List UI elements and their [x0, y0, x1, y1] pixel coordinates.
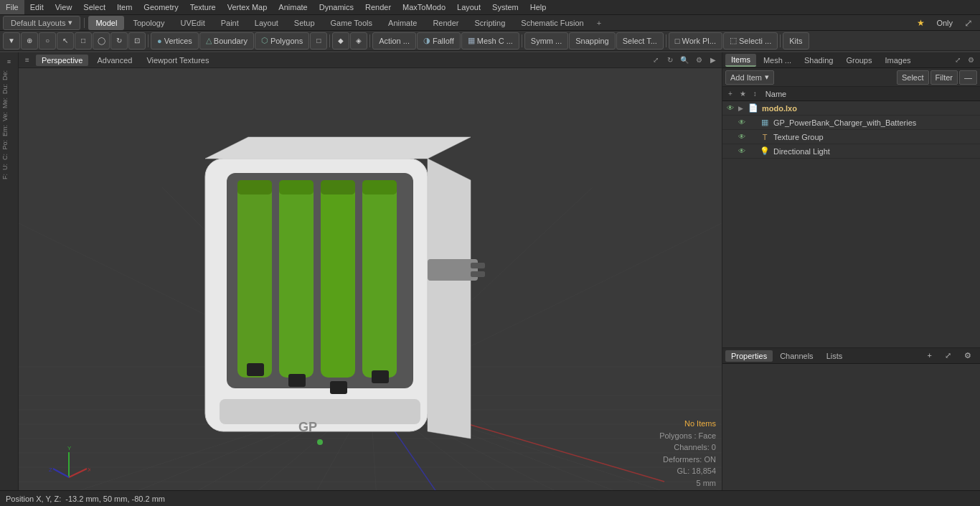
viewport[interactable]: ≡ Perspective Advanced Viewport Textures… [19, 52, 722, 506]
item-row-texgroup[interactable]: 👁 ▶ T Texture Group [722, 130, 980, 144]
tab-uvedit[interactable]: UVEdit [173, 16, 212, 30]
sidebar-label-f[interactable]: F: [1, 172, 17, 181]
expand-arrow-root[interactable]: ▶ [738, 105, 743, 112]
tool-circle[interactable]: ○ [39, 32, 56, 50]
sidebar-label-me[interactable]: Me: [1, 96, 17, 110]
menu-animate[interactable]: Animate [273, 0, 313, 14]
selecti-button[interactable]: ⬚ Selecti ... [723, 32, 778, 50]
menu-maxtomod[interactable]: MaxToModo [397, 0, 451, 14]
item-eye-mesh[interactable]: 👁 [737, 118, 747, 128]
vertices-button[interactable]: ● Vertices [151, 32, 199, 50]
props-tab-properties[interactable]: Properties [725, 350, 773, 362]
viewport-rotate-icon[interactable]: ↻ [664, 55, 676, 66]
filter-button[interactable]: Filter [930, 70, 958, 85]
menu-dynamics[interactable]: Dynamics [314, 0, 359, 14]
tool-extra[interactable]: □ [310, 32, 327, 50]
menu-item[interactable]: Item [111, 0, 138, 14]
props-tab-lists[interactable]: Lists [821, 350, 849, 362]
items-tab-items[interactable]: Items [725, 54, 756, 67]
snapping-button[interactable]: Snapping [569, 32, 616, 50]
item-eye-root[interactable]: 👁 [725, 103, 735, 113]
kits-button[interactable]: Kits [783, 32, 809, 50]
add-item-button[interactable]: Add Item ▾ [725, 70, 774, 85]
tool-arrow[interactable]: ▼ [3, 32, 20, 50]
menu-view[interactable]: View [50, 0, 78, 14]
menu-system[interactable]: System [486, 0, 524, 14]
expand-icon[interactable]: ⤢ [960, 16, 977, 30]
viewport-more-icon[interactable]: ▶ [707, 55, 719, 66]
only-label[interactable]: Only [930, 17, 958, 29]
items-star-icon[interactable]: ★ [737, 88, 749, 100]
select-button[interactable]: Select [897, 70, 929, 85]
action-button[interactable]: Action ... [372, 32, 416, 50]
tab-scripting[interactable]: Scripting [468, 16, 513, 30]
item-row-light[interactable]: 👁 ▶ 💡 Directional Light [722, 144, 980, 159]
items-expand-button[interactable]: ⤢ [952, 55, 963, 66]
items-tab-groups[interactable]: Groups [840, 55, 877, 66]
tool-select-arrow[interactable]: ↖ [57, 32, 74, 50]
item-row-root[interactable]: 👁 ▶ 📄 modo.lxo [722, 101, 980, 116]
menu-layout[interactable]: Layout [451, 0, 486, 14]
tab-topology[interactable]: Topology [126, 16, 171, 30]
viewport-textures-tab[interactable]: Viewport Textures [141, 55, 215, 66]
items-list[interactable]: 👁 ▶ 📄 modo.lxo 👁 ▶ ▦ GP_PowerBank_Charge… [722, 101, 980, 347]
symm-button[interactable]: Symm ... [524, 32, 568, 50]
sidebar-label-c[interactable]: C: [1, 152, 17, 161]
props-settings-button[interactable]: ⚙ [958, 350, 977, 362]
sidebar-label-em[interactable]: Em: [1, 123, 17, 138]
props-expand-button[interactable]: ⤢ [939, 350, 957, 362]
items-minus-button[interactable]: — [959, 70, 977, 85]
mesh-button[interactable]: ▦ Mesh C ... [461, 32, 519, 50]
sidebar-label-po[interactable]: Po: [1, 139, 17, 151]
sidebar-toggle[interactable]: ≡ [1, 55, 17, 68]
menu-texture[interactable]: Texture [184, 0, 222, 14]
items-add-icon[interactable]: + [725, 88, 735, 100]
tool-paint2[interactable]: ◈ [350, 32, 367, 50]
viewport-settings-icon[interactable]: ⚙ [693, 55, 705, 66]
falloff-button[interactable]: ◑ Falloff [417, 32, 461, 50]
tab-layout[interactable]: Layout [248, 16, 286, 30]
sidebar-label-u[interactable]: U: [1, 162, 17, 172]
tool-scale[interactable]: ⊡ [128, 32, 146, 50]
item-row-mesh[interactable]: 👁 ▶ ▦ GP_PowerBank_Charger_with_Batterie… [722, 116, 980, 130]
tab-paint[interactable]: Paint [214, 16, 246, 30]
tool-globe[interactable]: ⊕ [21, 32, 38, 50]
item-eye-light[interactable]: 👁 [737, 146, 747, 156]
sidebar-label-du[interactable]: Du: [1, 83, 17, 95]
menu-edit[interactable]: Edit [24, 0, 50, 14]
menu-file[interactable]: File [0, 0, 24, 14]
tab-model[interactable]: Model [88, 16, 124, 30]
viewport-search-icon[interactable]: 🔍 [679, 55, 690, 66]
add-layout-button[interactable]: + [593, 17, 606, 29]
tab-render[interactable]: Render [425, 16, 466, 30]
star-icon[interactable]: ★ [913, 17, 929, 29]
props-add-button[interactable]: + [922, 350, 938, 362]
boundary-button[interactable]: △ Boundary [199, 32, 254, 50]
viewport-menu-icon[interactable]: ≡ [22, 55, 33, 66]
tool-rotate[interactable]: ↻ [110, 32, 128, 50]
items-tab-shading[interactable]: Shading [798, 55, 839, 66]
sidebar-label-de[interactable]: De: [1, 69, 17, 82]
viewport-advanced-tab[interactable]: Advanced [91, 55, 138, 66]
menu-render[interactable]: Render [359, 0, 397, 14]
tool-rect[interactable]: □ [75, 32, 92, 50]
work-plane-button[interactable]: □ Work Pl... [669, 32, 722, 50]
default-layouts-dropdown[interactable]: Default Layouts ▾ [3, 16, 80, 30]
menu-help[interactable]: Help [524, 0, 552, 14]
sidebar-label-ve[interactable]: Ve: [1, 111, 17, 123]
items-tab-images[interactable]: Images [879, 55, 916, 66]
menu-geometry[interactable]: Geometry [138, 0, 184, 14]
items-tab-mesh[interactable]: Mesh ... [758, 55, 797, 66]
select-tool-button[interactable]: Select T... [616, 32, 664, 50]
tab-schematic-fusion[interactable]: Schematic Fusion [514, 16, 590, 30]
items-sort-icon[interactable]: ↕ [750, 88, 760, 100]
item-eye-texgroup[interactable]: 👁 [737, 132, 747, 142]
tab-animate[interactable]: Animate [381, 16, 424, 30]
viewport-fit-icon[interactable]: ⤢ [650, 55, 661, 66]
tab-game-tools[interactable]: Game Tools [324, 16, 380, 30]
items-settings-button[interactable]: ⚙ [965, 55, 977, 66]
props-tab-channels[interactable]: Channels [774, 350, 819, 362]
tab-setup[interactable]: Setup [287, 16, 322, 30]
menu-select[interactable]: Select [77, 0, 111, 14]
tool-circle2[interactable]: ◯ [93, 32, 110, 50]
